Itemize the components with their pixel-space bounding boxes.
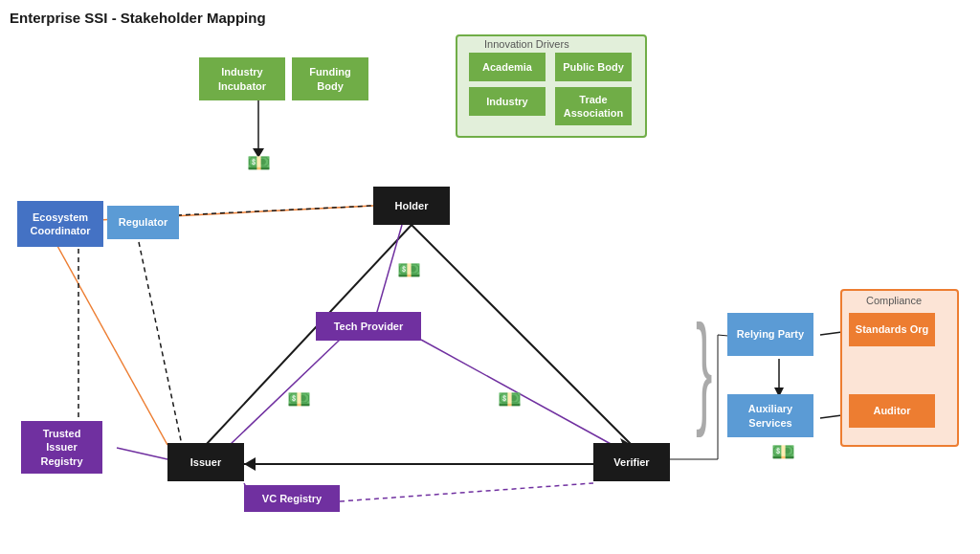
academia-box: Academia	[469, 53, 546, 81]
auxiliary-services-box: Auxiliary Services	[727, 394, 813, 437]
trade-association-box: Trade Association	[555, 87, 632, 125]
money-icon-1: 💵	[247, 151, 271, 174]
regulator-box: Regulator	[107, 206, 179, 239]
industry-incubator-box: Industry Incubator	[199, 57, 285, 100]
public-body-box: Public Body	[555, 53, 632, 81]
verifier-box: Verifier	[593, 443, 670, 481]
svg-line-7	[57, 246, 167, 445]
page-title: Enterprise SSI - Stakeholder Mapping	[10, 10, 266, 26]
holder-box: Holder	[373, 187, 450, 225]
vc-registry-box: VC Registry	[244, 485, 340, 512]
svg-line-15	[230, 340, 340, 445]
industry-box: Industry	[469, 87, 546, 116]
trusted-issuer-registry-box: Trusted Issuer Registry	[21, 421, 102, 474]
money-icon-4: 💵	[498, 388, 522, 410]
auditor-box: Auditor	[849, 394, 935, 428]
standards-org-box: Standards Org	[849, 313, 935, 346]
compliance-label: Compliance	[866, 295, 922, 306]
svg-line-10	[117, 448, 167, 459]
ecosystem-coordinator-box: Ecosystem Coordinator	[17, 201, 103, 247]
money-icon-2: 💵	[397, 258, 421, 281]
tech-provider-box: Tech Provider	[316, 312, 421, 341]
funding-body-box: Funding Body	[292, 57, 368, 100]
money-icon-5: 💵	[771, 440, 795, 463]
relying-party-box: Relying Party	[727, 313, 813, 356]
svg-line-8	[177, 206, 373, 215]
brace-icon: }	[696, 306, 712, 431]
svg-marker-5	[244, 457, 256, 471]
svg-line-9	[139, 242, 182, 445]
svg-line-1	[412, 225, 632, 445]
innovation-drivers-label: Innovation Drivers	[484, 38, 569, 50]
issuer-box: Issuer	[167, 443, 244, 481]
money-icon-3: 💵	[287, 388, 311, 410]
svg-line-13	[340, 483, 593, 501]
